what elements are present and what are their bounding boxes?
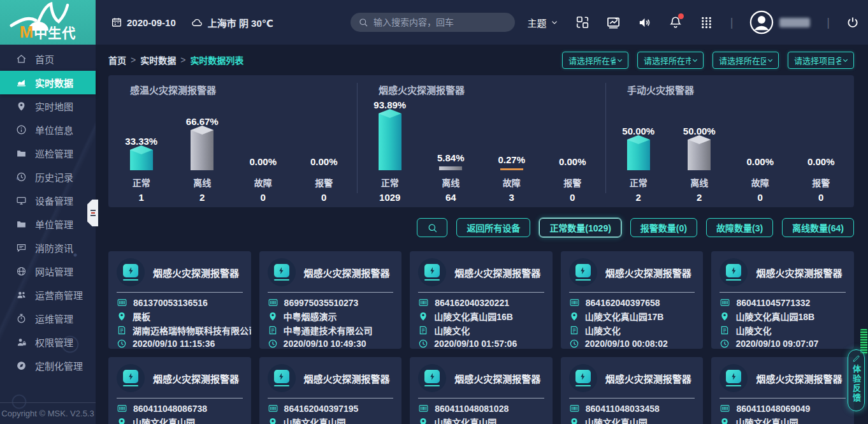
device-card[interactable]: 烟感火灾探测报警器 864162040397195 山陵文化真山园 [259, 357, 402, 424]
date-group: 2020-09-10 [111, 17, 176, 28]
user-account[interactable] [749, 10, 810, 34]
speaker-icon [637, 15, 652, 30]
filter-select[interactable]: 请选择所在区县 [712, 52, 779, 69]
badge-underline [575, 385, 591, 386]
stats-column: 0.00% 报警 0 [542, 156, 604, 203]
barcode-icon [268, 297, 278, 308]
clock-icon [268, 339, 278, 349]
stat-percent: 5.84% [437, 152, 465, 163]
breadcrumb-item[interactable]: > 实时数据 [131, 54, 176, 66]
device-company-row: 中粤通建技术有限公司 [268, 323, 394, 337]
sidebar-item[interactable]: 网站管理 [0, 260, 96, 283]
barcode-icon [720, 403, 730, 414]
sidebar-item[interactable]: 运营商管理 [0, 283, 96, 307]
device-card[interactable]: 烟感火灾探测报警器 860411048086738 山陵文化真山园 [108, 357, 251, 424]
device-time: 2020/09/10 01:57:06 [434, 339, 517, 349]
sidebar-item[interactable]: 实时数据 [0, 71, 96, 94]
sidebar-item-label: 实时数据 [35, 76, 73, 89]
app-logo[interactable]: M中生代 [0, 0, 96, 45]
sidebar-item[interactable]: 设备管理 [0, 189, 96, 212]
breadcrumb-item[interactable]: > 首页 [108, 54, 126, 66]
filter-select[interactable]: 请选择所在省 [562, 52, 628, 69]
feedback-tab[interactable]: 体验反馈 [848, 349, 865, 411]
big-screen-button[interactable] [606, 15, 621, 30]
device-card-header: 烟感火灾探测报警器 [117, 258, 243, 286]
count-filter-button[interactable]: 离线数量(64) [782, 218, 854, 237]
breadcrumb-item[interactable]: > 实时数据列表 [180, 54, 243, 66]
sidebar-item-icon [16, 101, 27, 112]
device-card[interactable]: 烟感火灾探测报警器 860411048081028 山陵文化真山园 [410, 357, 553, 424]
clock-icon [418, 339, 428, 349]
notifications-button[interactable] [669, 15, 683, 29]
sidebar-item[interactable]: 消防资讯 [0, 236, 96, 260]
stats-group-title: 烟感火灾探测报警器 [359, 83, 603, 96]
sidebar-item[interactable]: 运维管理 [0, 307, 96, 330]
sidebar-item[interactable]: 首页 [0, 47, 96, 71]
layout-swap-button[interactable] [575, 15, 590, 29]
device-card[interactable]: 烟感火灾探测报警器 860411045771332 山陵文化真山园18B 山陵文… [711, 251, 854, 349]
sidebar-collapse-handle[interactable] [87, 200, 98, 226]
sidebar-item[interactable]: 实时地图 [0, 94, 96, 118]
calendar-icon [111, 17, 122, 28]
apps-grid-button[interactable] [699, 15, 714, 30]
device-card[interactable]: 烟感火灾探测报警器 864162040320221 山陵文化真山园16B 山陵文… [410, 251, 553, 349]
device-card-header: 烟感火灾探测报警器 [720, 258, 846, 286]
stat-count: 1029 [379, 192, 400, 203]
sidebar-item-label: 巡检管理 [35, 147, 73, 160]
avatar[interactable] [749, 10, 774, 34]
sidebar-item[interactable]: 权限管理 [0, 330, 96, 354]
stat-count: 1 [139, 192, 144, 203]
sidebar-item[interactable]: 历史记录 [0, 165, 96, 189]
search-filter-button[interactable] [417, 218, 447, 237]
breadcrumb: > 首页 > 实时数据 > 实时数据列表 [108, 54, 243, 66]
device-imei: 864162040397195 [284, 404, 359, 414]
device-card[interactable]: 烟感火灾探测报警器 864162040397658 山陵文化真山园17B 山陵文… [561, 251, 704, 349]
device-badge [117, 364, 145, 392]
device-card[interactable]: 烟感火灾探测报警器 861370053136516 展板 湖南迈格瑞特物联科技有… [108, 251, 251, 349]
global-search[interactable] [351, 13, 515, 32]
stat-bar [500, 168, 523, 170]
bolt-icon [579, 267, 587, 275]
barcode-icon [569, 297, 580, 308]
stat-label: 正常 [381, 176, 399, 189]
stat-count: 64 [445, 192, 456, 203]
sidebar-item[interactable]: 单位管理 [0, 212, 96, 236]
device-company-row: 湖南迈格瑞特物联科技有限公司 [117, 323, 243, 337]
pencil-icon [852, 355, 860, 363]
stats-column: 0.00% 报警 0 [294, 156, 355, 203]
theme-dropdown[interactable]: 主题 [528, 16, 559, 29]
stat-label: 正常 [133, 176, 150, 189]
device-time-row: 2020/09/10 11:15:36 [117, 337, 243, 349]
filter-select[interactable]: 请选择项目名称 [788, 52, 854, 69]
stat-count: 0 [758, 192, 763, 203]
sidebar-item[interactable]: 定制化管理 [0, 354, 96, 377]
sidebar-item[interactable]: 单位信息 [0, 118, 96, 142]
location-pin-icon [720, 311, 730, 321]
device-card[interactable]: 烟感火灾探测报警器 860411048033458 山陵文化真山园 [561, 357, 704, 424]
badge-underline [424, 385, 440, 386]
count-filter-button[interactable]: 正常数量(1029) [539, 218, 621, 237]
device-badge [720, 364, 748, 392]
barcode-icon [268, 403, 278, 414]
device-imei-row: 869975035510273 [268, 296, 394, 310]
count-filter-button[interactable]: 报警数量(0) [630, 218, 697, 237]
stat-label: 正常 [630, 176, 647, 189]
bolt-icon [428, 372, 437, 381]
device-card[interactable]: 烟感火灾探测报警器 869975035510273 中粤烟感演示 中粤通建技术有… [259, 251, 402, 349]
stats-group: 烟感火灾探测报警器 93.89% 正常 1029 5.84% [357, 83, 605, 207]
clock-icon [117, 339, 127, 349]
device-location-row: 中粤烟感演示 [268, 310, 394, 324]
sound-button[interactable] [637, 15, 652, 30]
logout-button[interactable] [846, 16, 859, 29]
count-filter-button[interactable]: 故障数量(3) [706, 218, 773, 237]
search-input[interactable] [373, 17, 507, 27]
count-filter-button[interactable]: 返回所有设备 [456, 218, 530, 237]
sidebar-item-icon [16, 242, 27, 253]
location-pin-icon [117, 311, 127, 321]
filter-select[interactable]: 请选择所在市 [637, 52, 704, 69]
stat-label: 报警 [812, 176, 830, 189]
sidebar-item[interactable]: 巡检管理 [0, 142, 96, 165]
device-card[interactable]: 烟感火灾探测报警器 860411048069049 山陵文化真山园 [711, 357, 854, 424]
stats-columns: 33.33% 正常 1 66.67% 离线 2 [111, 96, 354, 203]
topbar-actions: 主题 | | [528, 0, 859, 45]
